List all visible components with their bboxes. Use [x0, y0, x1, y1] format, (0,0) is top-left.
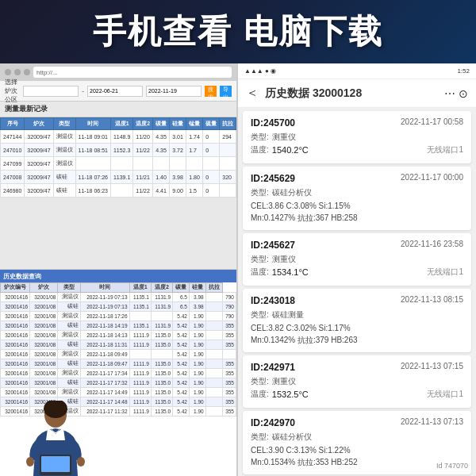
sheet-row: 3200141632001/08测温仪2022-11-17 14:491111.…: [1, 388, 236, 397]
mobile-card[interactable]: ID:245629 2022-11-17 00:00 类型: 碳硅分析仪 CEL…: [243, 167, 471, 230]
table-row: 24701032009/47测温仪11-18 08:511152.311/224…: [1, 144, 237, 157]
browser-bar: http://...: [0, 63, 236, 81]
card-type-value: 碳硅测量: [272, 309, 304, 321]
status-left: ▲▲▲ ● ◉: [244, 67, 276, 75]
browser-dot-3: [24, 69, 30, 75]
table-toolbar: 选择炉次公区 - 搜索 导出: [0, 81, 236, 102]
table-row: 24709932009/47测温仪1307.5查看: [1, 157, 237, 171]
col-temp1: 温度1: [110, 118, 132, 130]
card-date: 2022-11-16 23:58: [401, 240, 463, 251]
card-temp-label: 温度:: [251, 389, 269, 400]
mobile-card[interactable]: ID:243018 2022-11-13 08:15 类型: 碳硅测量 CEL:…: [243, 289, 471, 352]
card-type-row: 类型: 碳硅分析仪: [251, 432, 463, 443]
sheet-row: 3200141632001/08测温仪2022-11-19 07:131135.…: [1, 293, 236, 302]
col-tensile: 抗拉: [220, 118, 236, 130]
mobile-action-icons[interactable]: ⋯ ⊙: [444, 87, 468, 100]
card-type-value: 碳硅分析仪: [272, 432, 312, 443]
mobile-card[interactable]: ID:245627 2022-11-16 23:58 类型: 测重仪 温度: 1…: [243, 233, 471, 286]
right-panel: ▲▲▲ ● ◉ 1:52 ＜ 历史数据 32000128 ⋯ ⊙ ID:2457…: [238, 63, 476, 476]
card-type-label: 类型:: [251, 254, 269, 265]
mobile-page-title: 历史数据 32000128: [265, 86, 438, 101]
export-button[interactable]: 导出: [220, 86, 232, 97]
spreadsheet-title: 历史数据查询: [3, 272, 41, 281]
card-date: 2022-11-13 08:15: [401, 295, 463, 306]
svg-point-2: [26, 457, 34, 466]
date-end-input[interactable]: [146, 86, 202, 97]
sheet-row: 3200141632001/08碳硅2022-11-19 07:131135.1…: [1, 302, 236, 312]
card-type-label: 类型:: [251, 132, 269, 143]
sheet-row: 3200141632001/08碳硅2022-11-18 11:311111.9…: [1, 340, 236, 350]
sheet-row: 3200141632001/08测温仪2022-11-18 17:265.421…: [1, 312, 236, 321]
svg-point-3: [77, 457, 85, 466]
back-button[interactable]: ＜: [246, 85, 259, 102]
card-type-label: 类型:: [251, 309, 269, 321]
card-temp-row: 温度: 1532.5°C 无线端口1: [251, 389, 463, 400]
col-s: 硫量: [203, 118, 220, 130]
card-source: 无线端口1: [312, 144, 463, 155]
mobile-header: ＜ 历史数据 32000128 ⋯ ⊙: [238, 79, 476, 108]
filter-input[interactable]: [23, 86, 79, 97]
card-temp-label: 温度:: [251, 144, 269, 155]
banner-text: 手机查看 电脑下载: [93, 10, 383, 54]
col-seq: 序号: [1, 118, 25, 130]
person-silhouette: [16, 401, 95, 476]
browser-dot-1: [5, 69, 11, 75]
card-type-value: 测重仪: [272, 376, 296, 387]
card-temp-value: 1534.1°C: [272, 267, 309, 277]
col-si: 硅量: [170, 118, 186, 130]
card-type-label: 类型:: [251, 432, 269, 443]
col-mn: 锰量: [186, 118, 203, 130]
spreadsheet-view: 历史数据查询 炉次编号 炉次 类型 时间 温度1 温度2 碳量 硅量: [0, 270, 236, 476]
card-header: ID:243018 2022-11-13 08:15: [251, 295, 463, 306]
person-area: [0, 397, 111, 476]
col-heat: 炉次: [25, 118, 53, 130]
card-type-label: 类型:: [251, 187, 269, 198]
card-header: ID:245700 2022-11-17 00:58: [251, 117, 463, 129]
card-date: 2022-11-13 07:15: [401, 362, 463, 373]
filter-label: 选择炉次公区: [5, 78, 20, 104]
sheet-row: 3200141632001/08测温仪2022-11-18 09:495.421…: [1, 350, 236, 359]
card-type-row: 类型: 测重仪: [251, 376, 463, 387]
card-type-row: 类型: 测重仪: [251, 132, 463, 143]
col-temp2: 温度2: [133, 118, 153, 130]
card-header: ID:242971 2022-11-13 07:15: [251, 362, 463, 373]
card-temp-row: 温度: 1540.2°C 无线端口1: [251, 144, 463, 155]
mobile-card[interactable]: ID:242971 2022-11-13 07:15 类型: 测重仪 温度: 1…: [243, 355, 471, 408]
col-time: 时间: [75, 118, 110, 130]
card-date: 2022-11-17 00:00: [401, 173, 463, 184]
mobile-card-list[interactable]: ID:245700 2022-11-17 00:58 类型: 测重仪 温度: 1…: [238, 108, 476, 476]
card-header: ID:245627 2022-11-16 23:58: [251, 240, 463, 251]
card-detail1: CEL:3.86 C:3.08% Si:1.15%: [251, 200, 463, 212]
left-panel: http://... 选择炉次公区 - 搜索 导出 测量最新记录: [0, 63, 238, 476]
date-start-input[interactable]: [87, 86, 143, 97]
card-source: 无线端口1: [312, 389, 463, 400]
card-temp-label: 温度:: [251, 267, 269, 278]
card-id: ID:245627: [251, 240, 295, 251]
sheet-row: 3200141632001/08碳硅2022-11-17 17:321111.9…: [1, 378, 236, 388]
card-type-label: 类型:: [251, 376, 269, 387]
sheet-row: 3200141632001/08碳硅2022-11-18 14:191135.1…: [1, 321, 236, 331]
search-button[interactable]: 搜索: [205, 86, 217, 97]
card-detail2: Mn:0.1427% 抗拉:367 HB:258: [251, 212, 463, 224]
desktop-table-view: http://... 选择炉次公区 - 搜索 导出 测量最新记录: [0, 63, 236, 270]
card-detail1: CEL:3.90 C:3.13% Si:1.22%: [251, 444, 463, 456]
card-temp-value: 1532.5°C: [272, 390, 309, 399]
card-date: 2022-11-13 07:13: [401, 417, 463, 428]
data-table-container: 序号 炉次 类型 时间 温度1 温度2 碳量 硅量 锰量 硫量 抗拉 硬度: [0, 117, 236, 198]
mobile-card[interactable]: ID:245700 2022-11-17 00:58 类型: 测重仪 温度: 1…: [243, 111, 471, 163]
main-data-table: 序号 炉次 类型 时间 温度1 温度2 碳量 硅量 锰量 硫量 抗拉 硬度: [0, 117, 236, 198]
card-type-row: 类型: 测重仪: [251, 254, 463, 265]
table-row: 24714432009/47测温仪11-18 09:011148.911/204…: [1, 130, 237, 144]
col-c: 碳量: [153, 118, 170, 130]
sheet-row: 3200141632001/08测温仪2022-11-18 14:131111.…: [1, 331, 236, 340]
card-type-row: 类型: 碳硅分析仪: [251, 187, 463, 198]
card-header: ID:245629 2022-11-17 00:00: [251, 173, 463, 184]
card-id: ID:245629: [251, 173, 295, 184]
col-type: 类型: [53, 118, 75, 130]
card-id: ID:242971: [251, 362, 295, 373]
card-source: 无线端口1: [312, 267, 463, 278]
sheet-row: 3200141632001/08测温仪2022-11-17 17:341111.…: [1, 369, 236, 378]
table-row: 24698032009/47碳硅11-18 06:2311/224.419.00…: [1, 184, 237, 198]
card-detail2: Mn:0.1534% 抗拉:353 HB:252: [251, 456, 463, 468]
mobile-status-bar: ▲▲▲ ● ◉ 1:52: [238, 63, 476, 79]
